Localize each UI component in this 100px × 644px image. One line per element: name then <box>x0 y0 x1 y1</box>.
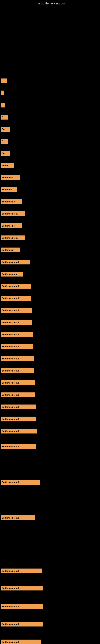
bar-label-21: Bottleneck result <box>1 333 19 336</box>
bar-label-34: Bottleneck result <box>1 587 19 589</box>
result-bar-1 <box>1 90 4 96</box>
result-bar-36: Bottleneck result <box>1 622 43 626</box>
bar-label-19: Bottleneck result <box>1 309 19 312</box>
bar-label-25: Bottleneck result <box>1 382 19 384</box>
result-bar-37: Bottleneck result <box>1 640 41 644</box>
bar-label-6: Bo <box>1 152 4 154</box>
result-bar-10: Bottleneck re <box>1 199 22 204</box>
result-bar-13: Bottleneck resu <box>1 236 25 240</box>
result-bar-25: Bottleneck result <box>1 380 35 385</box>
bar-label-26: Bottleneck result <box>1 394 19 396</box>
bar-label-5: B <box>1 140 3 142</box>
result-bar-24: Bottleneck result <box>1 368 34 373</box>
bar-label-27: Bottleneck result <box>1 406 19 408</box>
bar-label-29: Bottleneck result <box>1 430 19 432</box>
result-bar-7: Bottlen <box>1 163 14 168</box>
result-bar-3: B <box>1 115 8 120</box>
bar-label-22: Bottleneck result <box>1 345 19 348</box>
result-bar-0 <box>1 78 7 83</box>
bar-label-33: Bottleneck result <box>1 570 19 572</box>
result-bar-29: Bottleneck result <box>1 429 37 434</box>
result-bar-15: Bottleneck result <box>1 260 30 264</box>
result-bar-8: Bottleneck r <box>1 175 20 180</box>
bar-label-24: Bottleneck result <box>1 370 19 372</box>
bar-label-11: Bottleneck resu <box>1 212 18 215</box>
result-bar-33: Bottleneck result <box>1 568 42 573</box>
result-bar-35: Bottleneck result <box>1 604 43 609</box>
result-bar-18: Bottleneck result <box>1 296 31 301</box>
bar-label-16: Bottleneck res <box>1 273 17 275</box>
bar-label-30: Bottleneck result <box>1 445 19 448</box>
result-bar-17: Bottleneck result <box>1 284 31 288</box>
bar-label-36: Bottleneck result <box>1 623 19 625</box>
result-bar-28: Bottleneck result <box>1 416 36 422</box>
bar-label-18: Bottleneck result <box>1 297 19 300</box>
bar-label-12: Bottleneck re <box>1 224 16 227</box>
result-bar-9: Bottlenec <box>1 187 17 192</box>
result-bar-19: Bottleneck result <box>1 308 32 313</box>
bar-label-20: Bottleneck result <box>1 321 19 324</box>
bar-label-7: Bottlen <box>1 164 9 167</box>
site-title: TheBottlenecker.com <box>0 0 100 6</box>
result-bar-11: Bottleneck resu <box>1 211 25 216</box>
result-bar-20: Bottleneck result <box>1 320 32 325</box>
bar-label-17: Bottleneck result <box>1 285 19 288</box>
result-bar-14: Bottleneck r <box>1 248 20 252</box>
result-bar-34: Bottleneck result <box>1 586 43 590</box>
bar-label-8: Bottleneck r <box>1 176 14 179</box>
result-bar-23: Bottleneck result <box>1 356 34 361</box>
bar-label-28: Bottleneck result <box>1 418 19 420</box>
result-bar-31: Bottleneck result <box>1 480 40 484</box>
bar-label-9: Bottlenec <box>1 188 12 191</box>
result-bar-6: Bo <box>1 151 10 156</box>
bar-label-35: Bottleneck result <box>1 605 19 608</box>
bar-label-13: Bottleneck resu <box>1 237 18 239</box>
result-bar-30: Bottleneck result <box>1 444 36 449</box>
bar-label-14: Bottleneck r <box>1 249 14 251</box>
bar-label-23: Bottleneck result <box>1 358 19 360</box>
bar-label-31: Bottleneck result <box>1 481 19 484</box>
bar-label-15: Bottleneck result <box>1 261 19 263</box>
bar-label-37: Bottleneck result <box>1 641 19 643</box>
result-bar-26: Bottleneck result <box>1 392 35 397</box>
bar-label-32: Bottleneck result <box>1 516 19 519</box>
bar-label-3: B <box>1 116 3 118</box>
result-bar-12: Bottleneck re <box>1 224 22 228</box>
result-bar-16: Bottleneck res <box>1 272 23 276</box>
result-bar-21: Bottleneck result <box>1 332 33 337</box>
result-bar-22: Bottleneck result <box>1 344 33 349</box>
result-bar-2 <box>1 103 5 108</box>
result-bar-32: Bottleneck result <box>1 516 35 520</box>
bar-label-10: Bottleneck re <box>1 200 16 203</box>
result-bar-5: B <box>1 139 8 144</box>
result-bar-27: Bottleneck result <box>1 404 36 409</box>
bar-label-4: Bo <box>1 128 4 130</box>
chart-container: BBoBBoBottlenBottleneck rBottlenecBottle… <box>0 6 100 644</box>
result-bar-4: Bo <box>1 127 10 132</box>
